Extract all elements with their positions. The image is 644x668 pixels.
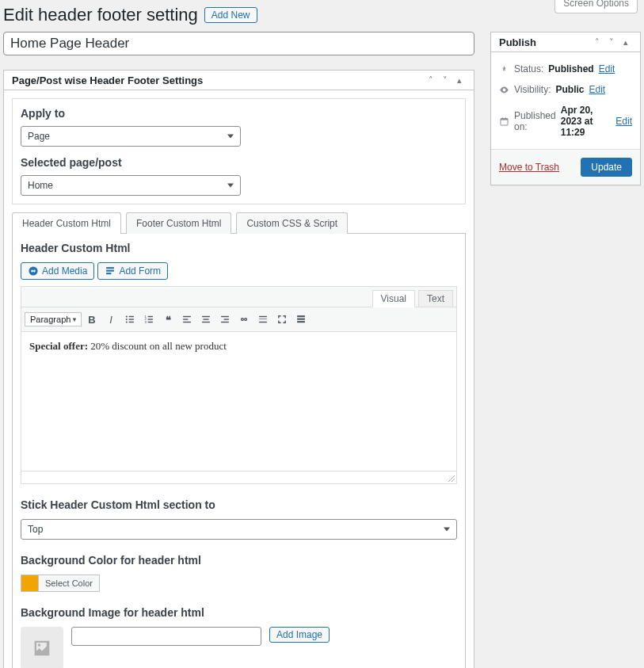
screen-options-tab[interactable]: Screen Options [554,0,638,13]
published-on-label: Published on: [514,110,556,132]
svg-rect-24 [259,316,267,317]
add-form-button[interactable]: Add Form [97,262,168,280]
svg-rect-10 [148,316,153,317]
svg-rect-33 [505,117,506,119]
svg-rect-27 [297,315,305,317]
bg-color-label: Background Color for header html [21,554,457,567]
svg-rect-19 [204,319,209,319]
svg-rect-21 [221,316,229,317]
toolbar-toggle-button[interactable] [292,311,310,328]
status-value: Published [548,63,593,74]
add-form-label: Add Form [119,265,161,277]
svg-rect-20 [202,322,210,323]
svg-rect-18 [202,316,210,317]
move-to-trash-link[interactable]: Move to Trash [499,162,559,173]
bg-image-input[interactable] [71,627,261,646]
svg-rect-1 [106,270,114,272]
editor-text-tab[interactable]: Text [418,290,453,307]
color-swatch[interactable] [21,574,38,592]
stick-section-value: Top [28,524,43,535]
image-placeholder-icon [21,627,63,668]
svg-point-5 [126,319,128,320]
settings-box-heading: Page/Post wise Header Footer Settings [12,74,203,86]
svg-rect-2 [106,273,111,274]
format-select-value: Paragraph [30,315,70,324]
add-new-button[interactable]: Add New [204,7,257,23]
published-on-edit-link[interactable]: Edit [615,116,632,127]
svg-rect-4 [129,316,134,317]
blockquote-button[interactable]: ❝ [159,311,177,328]
svg-rect-0 [106,267,114,269]
editor-section-title: Header Custom Html [21,242,457,254]
published-on-value: Apr 20, 2023 at 11:29 [561,105,612,138]
stick-section-label: Stick Header Custom Html section to [21,498,457,511]
fullscreen-button[interactable] [273,311,291,328]
add-image-button[interactable]: Add Image [269,627,330,643]
svg-rect-23 [221,322,229,323]
svg-rect-12 [148,319,153,319]
svg-rect-32 [502,117,503,119]
tab-header-html[interactable]: Header Custom Html [12,212,121,234]
editor-resize-handle[interactable] [21,471,456,483]
svg-text:3: 3 [144,320,147,324]
svg-point-3 [126,315,128,317]
editor-visual-tab[interactable]: Visual [372,290,415,307]
post-title-input[interactable] [3,32,474,55]
align-center-button[interactable] [197,311,215,328]
visibility-label: Visibility: [514,84,551,95]
add-media-label: Add Media [42,265,87,277]
publish-toggle-icon[interactable]: ▴ [619,36,632,48]
publish-move-down-icon[interactable]: ˅ [605,36,618,48]
move-up-icon[interactable]: ˄ [425,74,437,86]
calendar-icon [499,116,509,127]
update-button[interactable]: Update [581,158,632,177]
move-down-icon[interactable]: ˅ [439,74,452,86]
read-more-button[interactable] [254,311,272,328]
pin-icon [499,64,509,74]
page-title: Edit header footer setting [3,5,198,25]
editor-content-text: 20% discount on all new product [88,340,227,352]
status-label: Status: [514,63,543,74]
numbered-list-button[interactable]: 123 [140,311,158,328]
align-left-button[interactable] [178,311,196,328]
status-edit-link[interactable]: Edit [599,63,615,74]
svg-rect-25 [259,319,267,319]
add-media-button[interactable]: Add Media [21,262,94,280]
apply-to-label: Apply to [21,107,457,120]
italic-button[interactable]: I [102,311,120,328]
apply-to-select[interactable]: Page [21,126,241,147]
tab-custom-css[interactable]: Custom CSS & Script [236,212,348,234]
visibility-icon [499,85,509,95]
svg-rect-14 [148,322,153,323]
svg-rect-29 [297,321,305,323]
bold-button[interactable]: B [83,311,101,328]
tab-footer-html[interactable]: Footer Custom Html [126,212,231,234]
editor-content-area[interactable]: Special offer: 20% discount on all new p… [21,332,456,471]
selected-page-value: Home [28,180,53,191]
visibility-value: Public [555,84,584,95]
visibility-edit-link[interactable]: Edit [589,84,605,95]
publish-heading: Publish [499,36,536,48]
select-color-button[interactable]: Select Color [38,574,100,592]
bullet-list-button[interactable] [121,311,139,328]
publish-move-up-icon[interactable]: ˄ [591,36,604,48]
stick-section-select[interactable]: Top [21,519,457,540]
editor-content-bold: Special offer: [29,340,88,352]
svg-rect-31 [501,118,508,120]
link-button[interactable] [235,311,253,328]
apply-to-value: Page [28,131,50,142]
svg-rect-22 [224,319,229,319]
svg-rect-28 [297,319,305,320]
selected-page-label: Selected page/post [21,156,457,169]
svg-rect-16 [183,319,188,319]
svg-rect-26 [259,322,267,323]
toggle-panel-icon[interactable]: ▴ [453,74,466,86]
format-select[interactable]: Paragraph [25,312,82,326]
form-icon [105,265,116,277]
media-icon [28,265,39,277]
svg-point-7 [126,321,128,323]
bg-image-label: Background Image for header html [21,606,457,619]
selected-page-select[interactable]: Home [21,175,241,196]
align-right-button[interactable] [216,311,234,328]
svg-rect-17 [183,322,191,323]
